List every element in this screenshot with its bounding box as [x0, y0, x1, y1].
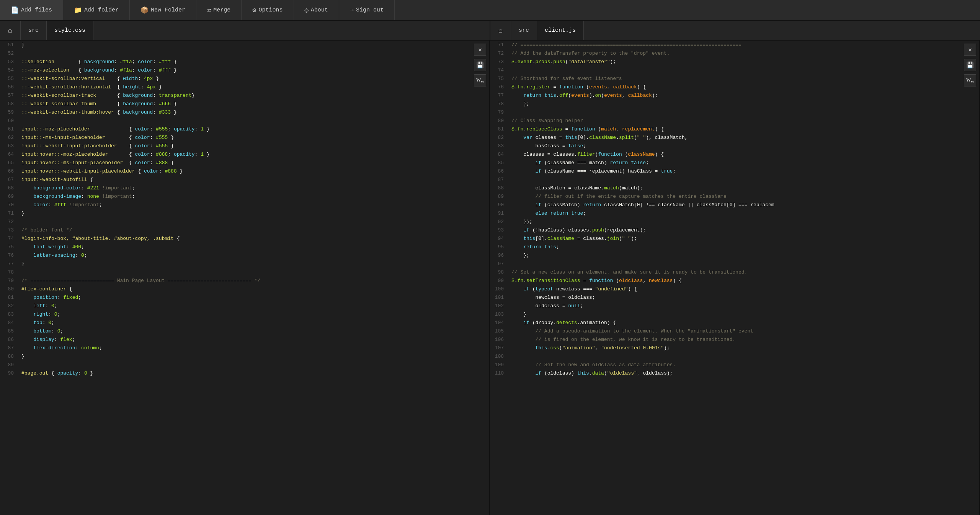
add-files-icon: 📄 [11, 6, 19, 14]
close-icon-left: ✕ [478, 46, 482, 54]
table-row: 89 // filter out if the entire capture m… [490, 192, 979, 200]
left-file-tab[interactable]: style.css [47, 21, 93, 40]
right-ww-button[interactable]: Ww [964, 74, 976, 86]
right-close-button[interactable]: ✕ [964, 44, 976, 56]
table-row: 81 $.fn.replaceClass = function (match, … [490, 125, 979, 133]
table-row: 55 ::-webkit-scrollbar:vertical { width:… [0, 74, 489, 83]
table-row: 82 var classes = this[0].className.split… [490, 133, 979, 142]
table-row: 71 } [0, 209, 489, 217]
right-code-scroll[interactable]: 71 // ==================================… [490, 41, 979, 515]
toolbar: 📄 Add files 📁 Add folder 📦 New Folder ⇄ … [0, 0, 980, 21]
table-row: 88 } [0, 352, 489, 360]
table-row: 91 else return true; [490, 209, 979, 217]
table-row: 77 return this.off(events).on(events, ca… [490, 91, 979, 99]
table-row: 66 input:hover::-webkit-input-placeholde… [0, 167, 489, 175]
table-row: 72 // Add the dataTransfer property to t… [490, 49, 979, 57]
table-row: 57 ::-webkit-scrollbar-track { backgroun… [0, 91, 489, 99]
table-row: 56 ::-webkit-scrollbar:horizontal { heig… [0, 83, 489, 91]
new-folder-icon: 📦 [140, 6, 149, 14]
table-row: 103 } [490, 310, 979, 318]
left-ww-button[interactable]: Ww [474, 74, 486, 86]
left-save-button[interactable]: 💾 [474, 59, 486, 71]
table-row: 76 letter-spacing: 0; [0, 251, 489, 259]
home-icon-right: ⌂ [498, 27, 503, 34]
table-row: 101 newclass = oldclass; [490, 293, 979, 302]
table-row: 90 #page.out { opacity: 0 } [0, 369, 489, 377]
table-row: 71 // ==================================… [490, 41, 979, 49]
table-row: 75 font-weight: 400; [0, 243, 489, 251]
table-row: 74 [490, 66, 979, 74]
left-code-panel: ✕ 💾 Ww 51 } 52 [0, 41, 490, 515]
close-icon-right: ✕ [968, 46, 972, 54]
table-row: 90 if (classMatch) return classMatch[0] … [490, 200, 979, 209]
table-row: 80 #flex-container { [0, 285, 489, 293]
table-row: 62 input::-ms-input-placeholder { color:… [0, 133, 489, 142]
left-code-scroll[interactable]: 51 } 52 53 ::selection { background: #f1… [0, 41, 489, 515]
table-row: 72 [0, 217, 489, 226]
left-src-breadcrumb[interactable]: src [21, 21, 47, 40]
table-row: 83 right: 0; [0, 310, 489, 318]
table-row: 74 #login-info-box, #about-title, #about… [0, 234, 489, 243]
table-row: 53 ::selection { background: #f1a; color… [0, 57, 489, 66]
table-row: 51 } [0, 41, 489, 49]
new-folder-button[interactable]: 📦 New Folder [130, 0, 196, 20]
table-row: 80 // Class swapping helper [490, 116, 979, 125]
table-row: 70 color: #fff !important; [0, 200, 489, 209]
left-home-tab[interactable]: ⌂ [0, 21, 21, 40]
right-src-breadcrumb[interactable]: src [511, 21, 537, 40]
add-folder-button[interactable]: 📁 Add folder [63, 0, 130, 20]
table-row: 105 // Add a pseudo-animation to the ele… [490, 327, 979, 335]
table-row: 98 // Set a new class on an element, and… [490, 268, 979, 276]
table-row: 78 [0, 268, 489, 276]
home-icon-left: ⌂ [8, 27, 12, 34]
table-row: 68 background-color: #221 !important; [0, 184, 489, 192]
about-button[interactable]: ◎ About [294, 0, 339, 20]
table-row: 107 this.css("animation", "nodeInserted … [490, 344, 979, 352]
save-icon-left: 💾 [476, 61, 484, 69]
right-code-lines: 71 // ==================================… [490, 41, 979, 377]
sign-out-icon: → [350, 7, 354, 14]
save-icon-right: 💾 [966, 61, 974, 69]
table-row: 84 classes = classes.filter(function (cl… [490, 150, 979, 158]
table-row: 85 if (className === match) return false… [490, 158, 979, 167]
table-row: 87 flex-direction: column; [0, 344, 489, 352]
table-row: 81 position: fixed; [0, 293, 489, 302]
table-row: 79 /* ============================ Main … [0, 276, 489, 285]
table-row: 87 [490, 175, 979, 184]
left-close-button[interactable]: ✕ [474, 44, 486, 56]
table-row: 69 background-image: none !important; [0, 192, 489, 200]
table-row: 94 this[0].className = classes.join(" ")… [490, 234, 979, 243]
table-row: 89 [0, 360, 489, 369]
merge-button[interactable]: ⇄ Merge [196, 0, 242, 20]
table-row: 106 // is fired on the element, we know … [490, 335, 979, 344]
table-row: 86 if (className === replacement) hasCla… [490, 167, 979, 175]
sign-out-button[interactable]: → Sign out [339, 0, 395, 20]
table-row: 92 }); [490, 217, 979, 226]
table-row: 99 $.fn.setTransitionClass = function (o… [490, 276, 979, 285]
ww-icon-right: Ww [966, 77, 974, 84]
about-icon: ◎ [305, 6, 309, 14]
add-files-button[interactable]: 📄 Add files [0, 0, 63, 20]
right-home-tab[interactable]: ⌂ [490, 21, 511, 40]
table-row: 64 input:hover::-moz-placeholder { color… [0, 150, 489, 158]
ww-icon-left: Ww [476, 77, 484, 84]
right-file-tab[interactable]: client.js [537, 21, 584, 40]
table-row: 79 [490, 108, 979, 116]
table-row: 97 [490, 259, 979, 268]
options-icon: ⚙ [252, 6, 256, 14]
table-row: 63 input::-webkit-input-placeholder { co… [0, 142, 489, 150]
right-code-panel: ✕ 💾 Ww 71 // ===========================… [490, 41, 980, 515]
table-row: 96 }; [490, 251, 979, 259]
table-row: 104 if (droppy.detects.animation) { [490, 318, 979, 327]
table-row: 78 }; [490, 99, 979, 108]
table-row: 83 hasClass = false; [490, 142, 979, 150]
right-save-button[interactable]: 💾 [964, 59, 976, 71]
table-row: 67 input:-webkit-autofill { [0, 175, 489, 184]
table-row: 73 /* bolder font */ [0, 226, 489, 234]
merge-icon: ⇄ [207, 6, 211, 14]
right-panel-actions: ✕ 💾 Ww [964, 44, 976, 86]
table-row: 95 return this; [490, 243, 979, 251]
options-button[interactable]: ⚙ Options [242, 0, 294, 20]
table-row: 60 [0, 116, 489, 125]
left-code-lines: 51 } 52 53 ::selection { background: #f1… [0, 41, 489, 377]
